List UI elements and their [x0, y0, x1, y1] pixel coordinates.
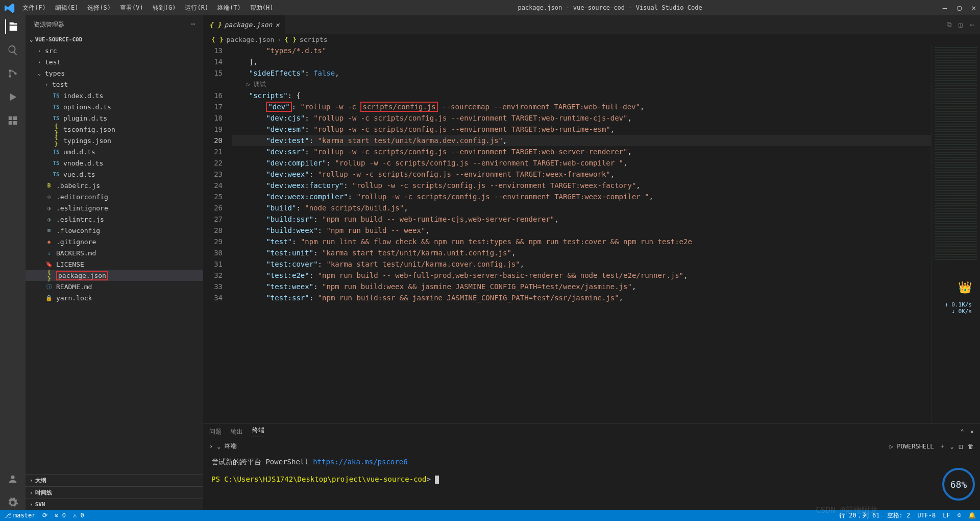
net-download: ↓ 0K/s — [945, 308, 972, 315]
file-.eslintrc.js[interactable]: ◑.eslintrc.js — [26, 214, 203, 225]
git-branch[interactable]: ⎇ master — [4, 512, 35, 519]
editor-area: { } package.json ✕ ⧉ ◫ ⋯ { } package.jso… — [203, 15, 980, 510]
usage-circle[interactable]: 68% — [942, 468, 975, 501]
notifications-icon[interactable]: 🔔 — [968, 512, 976, 519]
file-.gitignore[interactable]: ◆.gitignore — [26, 236, 203, 247]
split-terminal-icon[interactable]: ◫ — [959, 443, 963, 450]
svg-point-0 — [9, 69, 11, 72]
terminal[interactable]: 尝试新的跨平台 PowerShell https://aka.ms/pscore… — [203, 452, 980, 510]
file-options.d.ts[interactable]: TSoptions.d.ts — [26, 101, 203, 112]
file-LICENSE[interactable]: 🔖LICENSE — [26, 258, 203, 270]
file-index.d.ts[interactable]: TSindex.d.ts — [26, 90, 203, 101]
terminal-cursor — [435, 476, 439, 484]
file-typings.json[interactable]: { }typings.json — [26, 135, 203, 146]
file-tsconfig.json[interactable]: { }tsconfig.json — [26, 124, 203, 135]
editor-tabs: { } package.json ✕ ⧉ ◫ ⋯ — [203, 15, 980, 34]
folder-test[interactable]: ›▸test — [26, 56, 203, 67]
tab-package-json[interactable]: { } package.json ✕ — [203, 15, 286, 34]
file-vnode.d.ts[interactable]: TSvnode.d.ts — [26, 157, 203, 169]
section-大纲[interactable]: ›大纲 — [26, 474, 203, 486]
run-debug-icon[interactable] — [6, 90, 20, 104]
file-plugin.d.ts[interactable]: TSplugin.d.ts — [26, 112, 203, 124]
menu-选择(S)[interactable]: 选择(S) — [83, 2, 115, 14]
compare-icon[interactable]: ⧉ — [947, 20, 951, 29]
sidebar-title: 资源管理器 — [34, 20, 64, 29]
more-actions-icon[interactable]: ⋯ — [970, 21, 974, 29]
file-.editorconfig[interactable]: ⚙.editorconfig — [26, 191, 203, 202]
minimize-icon[interactable]: — — [943, 4, 947, 12]
panel-close-icon[interactable]: ✕ — [970, 428, 974, 435]
file-.eslintignore[interactable]: ◑.eslintignore — [26, 202, 203, 214]
file-package.json[interactable]: { }package.json — [26, 270, 203, 281]
panel-tabs: 问题输出终端 ⌃ ✕ — [203, 423, 980, 440]
menu-文件(F)[interactable]: 文件(F) — [18, 2, 50, 14]
menu-帮助(H)[interactable]: 帮助(H) — [246, 2, 278, 14]
warnings-count[interactable]: ⚠ 0 — [73, 512, 84, 519]
watermark: CSDN @前端阿龙 — [816, 505, 878, 516]
split-editor-icon[interactable]: ◫ — [959, 21, 963, 29]
feedback-icon[interactable]: ☺ — [958, 512, 961, 519]
maximize-icon[interactable]: ▢ — [957, 4, 961, 12]
menu-查看(V)[interactable]: 查看(V) — [116, 2, 148, 14]
file-tree: ›▸src›▸test⌄▸types›▸testTSindex.d.tsTSop… — [26, 45, 203, 474]
terminal-sub-label: 终端 — [225, 442, 237, 451]
kill-terminal-icon[interactable]: 🗑 — [968, 443, 974, 450]
file-.babelrc.js[interactable]: B.babelrc.js — [26, 180, 203, 191]
file-vue.d.ts[interactable]: TSvue.d.ts — [26, 169, 203, 180]
project-section[interactable]: ⌄VUE-SOURCE-COD — [26, 34, 203, 45]
tab-label: package.json — [224, 21, 272, 29]
chevron-right-icon[interactable]: › — [209, 443, 213, 450]
shell-indicator[interactable]: ▷ POWERSHELL — [890, 443, 934, 450]
menu-运行(R)[interactable]: 运行(R) — [181, 2, 212, 14]
minimap[interactable] — [931, 45, 980, 423]
svg-point-1 — [9, 75, 11, 78]
file-umd.d.ts[interactable]: TSumd.d.ts — [26, 146, 203, 157]
section-时间线[interactable]: ›时间线 — [26, 486, 203, 499]
account-icon[interactable] — [6, 472, 20, 486]
json-icon: { } — [209, 21, 221, 29]
folder-test[interactable]: ›▸test — [26, 79, 203, 90]
menu-编辑(E)[interactable]: 编辑(E) — [51, 2, 83, 14]
menu-bar: 文件(F)编辑(E)选择(S)查看(V)转到(G)运行(R)终端(T)帮助(H) — [18, 2, 278, 14]
panel-maximize-icon[interactable]: ⌃ — [961, 428, 964, 435]
net-upload: ↑ 0.1K/s — [945, 301, 972, 308]
section-SVN[interactable]: ›SVN — [26, 499, 203, 510]
menu-终端(T)[interactable]: 终端(T) — [213, 2, 245, 14]
terminal-dropdown-icon[interactable]: ⌄ — [950, 443, 954, 450]
search-icon[interactable] — [6, 43, 20, 57]
file-BACKERS.md[interactable]: ↓BACKERS.md — [26, 247, 203, 258]
svg-point-3 — [11, 476, 14, 479]
json-icon: { } — [284, 36, 296, 43]
file-README.md[interactable]: ⓘREADME.md — [26, 281, 203, 292]
panel-tab-问题[interactable]: 问题 — [209, 428, 222, 436]
crown-icon: 👑 — [958, 281, 972, 294]
more-icon[interactable]: ⋯ — [191, 20, 195, 29]
encoding[interactable]: UTF-8 — [917, 512, 936, 519]
indent-setting[interactable]: 空格: 2 — [887, 511, 911, 520]
close-icon[interactable]: ✕ — [972, 4, 976, 12]
eol[interactable]: LF — [943, 512, 950, 519]
close-tab-icon[interactable]: ✕ — [275, 21, 279, 29]
menu-转到(G)[interactable]: 转到(G) — [149, 2, 180, 14]
bottom-panel: 问题输出终端 ⌃ ✕ › ⌄ 终端 ▷ POWERSHELL ＋ ⌄ ◫ 🗑 — [203, 423, 980, 510]
panel-tab-终端[interactable]: 终端 — [252, 426, 264, 437]
new-terminal-icon[interactable]: ＋ — [939, 442, 945, 451]
breadcrumbs[interactable]: { } package.json › { } scripts — [203, 34, 980, 45]
folder-types[interactable]: ⌄▸types — [26, 67, 203, 79]
file-yarn.lock[interactable]: 🔒yarn.lock — [26, 292, 203, 303]
panel-tab-输出[interactable]: 输出 — [231, 428, 243, 436]
window-title: package.json - vue-source-cod - Visual S… — [278, 4, 943, 11]
activity-bar — [0, 15, 26, 510]
file-.flowconfig[interactable]: ≡.flowconfig — [26, 225, 203, 236]
settings-gear-icon[interactable] — [6, 495, 20, 510]
sync-icon[interactable]: ⟳ — [42, 512, 47, 519]
chevron-down-icon[interactable]: ⌄ — [217, 443, 220, 450]
title-bar: 文件(F)编辑(E)选择(S)查看(V)转到(G)运行(R)终端(T)帮助(H)… — [0, 0, 980, 15]
source-control-icon[interactable] — [6, 66, 20, 81]
extensions-icon[interactable] — [6, 113, 20, 128]
vscode-logo-icon — [4, 3, 14, 13]
code-editor[interactable]: 1314151617181920212223242526272829303132… — [203, 45, 980, 423]
explorer-icon[interactable] — [5, 19, 19, 34]
errors-count[interactable]: ⊘ 0 — [55, 512, 66, 519]
folder-src[interactable]: ›▸src — [26, 45, 203, 56]
